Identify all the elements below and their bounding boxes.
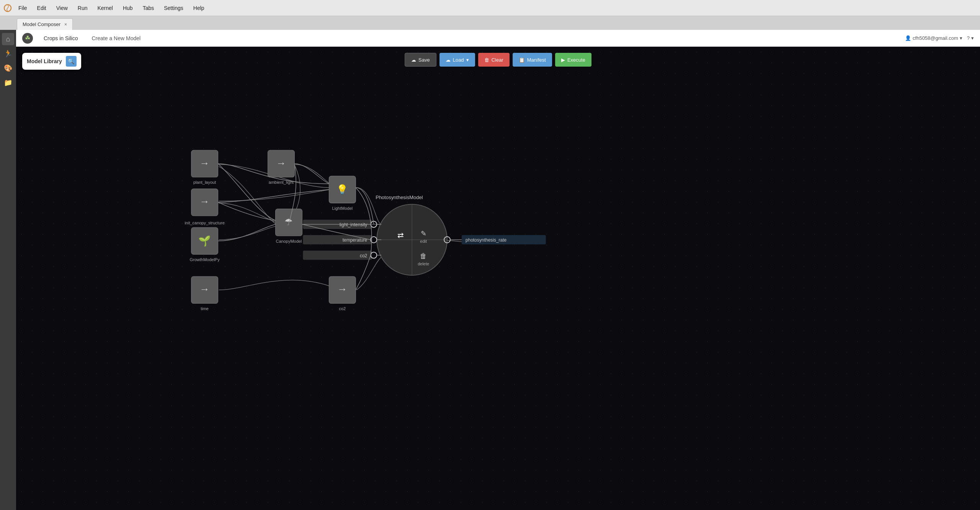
help-label: ? xyxy=(967,35,970,41)
tab-bar: Model Composer × xyxy=(0,16,980,30)
load-dropdown-icon: ▾ xyxy=(466,57,469,63)
menu-settings[interactable]: Settings xyxy=(162,4,185,12)
svg-text:delete: delete xyxy=(418,262,429,266)
help-dropdown-icon: ▾ xyxy=(971,35,974,41)
title-bar: File Edit View Run Kernel Hub Tabs Setti… xyxy=(0,0,980,16)
svg-text:🗑: 🗑 xyxy=(420,252,427,260)
model-library-panel: Model Library 🔍 xyxy=(22,53,81,70)
menu-view[interactable]: View xyxy=(55,4,69,12)
sidebar-run-icon[interactable]: 🏃 xyxy=(2,47,14,60)
load-button[interactable]: ☁ Load ▾ xyxy=(439,53,475,67)
user-badge[interactable]: 👤 cfh5058@gmail.com ▾ xyxy=(905,35,962,41)
svg-text:light_intensity: light_intensity xyxy=(340,222,368,227)
model-composer-tab[interactable]: Model Composer × xyxy=(17,18,73,30)
save-icon: ☁ xyxy=(411,57,416,63)
menu-edit[interactable]: Edit xyxy=(36,4,48,12)
nav-logo: ☘ xyxy=(22,33,33,44)
svg-text:→: → xyxy=(337,283,347,295)
menu-help[interactable]: Help xyxy=(192,4,206,12)
svg-text:✎: ✎ xyxy=(421,230,426,237)
menu-tabs[interactable]: Tabs xyxy=(141,4,156,12)
canvas-area[interactable]: ☁ Save ☁ Load ▾ 🗑 Clear 📋 Manifest ▶ xyxy=(16,47,980,510)
model-library-title: Model Library xyxy=(27,58,62,64)
tab-close-button[interactable]: × xyxy=(64,22,67,27)
svg-text:💡: 💡 xyxy=(336,184,348,195)
user-email: cfh5058@gmail.com xyxy=(913,35,958,41)
tab-title: Model Composer xyxy=(23,21,60,27)
svg-text:CanopyModel: CanopyModel xyxy=(276,239,302,244)
app-wrapper: ⌂ 🏃 🎨 📁 ☘ Crops in Silico Create a New M… xyxy=(0,30,980,510)
manifest-button[interactable]: 📋 Manifest xyxy=(513,53,552,67)
left-sidebar: ⌂ 🏃 🎨 📁 xyxy=(0,30,16,510)
execute-button[interactable]: ▶ Execute xyxy=(555,53,591,67)
nav-right: 👤 cfh5058@gmail.com ▾ ? ▾ xyxy=(905,35,974,41)
svg-text:init_canopy_structure: init_canopy_structure xyxy=(185,221,224,225)
svg-text:edit: edit xyxy=(420,239,427,244)
svg-text:time: time xyxy=(201,306,209,311)
help-badge[interactable]: ? ▾ xyxy=(967,35,974,41)
manifest-icon: 📋 xyxy=(519,57,525,63)
save-button[interactable]: ☁ Save xyxy=(405,53,436,67)
svg-text:photosynthesis_rate: photosynthesis_rate xyxy=(466,237,506,243)
svg-text:GrowthModelPy: GrowthModelPy xyxy=(190,257,220,262)
svg-text:🌱: 🌱 xyxy=(198,235,211,247)
svg-text:co2: co2 xyxy=(339,306,346,311)
load-icon: ☁ xyxy=(446,57,451,63)
svg-text:LightModel: LightModel xyxy=(332,206,353,210)
sidebar-home-icon[interactable]: ⌂ xyxy=(2,33,14,45)
user-dropdown-icon: ▾ xyxy=(960,35,962,41)
sidebar-folder-icon[interactable]: 📁 xyxy=(2,77,14,89)
svg-text:→: → xyxy=(200,196,210,207)
execute-icon: ▶ xyxy=(561,57,565,63)
sidebar-palette-icon[interactable]: 🎨 xyxy=(2,62,14,74)
main-content: ☘ Crops in Silico Create a New Model 👤 c… xyxy=(16,30,980,510)
nav-bar: ☘ Crops in Silico Create a New Model 👤 c… xyxy=(16,30,980,47)
user-icon: 👤 xyxy=(905,35,911,41)
menu-bar: File Edit View Run Kernel Hub Tabs Setti… xyxy=(17,4,206,12)
clear-button[interactable]: 🗑 Clear xyxy=(478,53,510,67)
svg-text:→: → xyxy=(200,157,210,168)
app-logo xyxy=(3,3,14,13)
svg-text:→: → xyxy=(200,283,210,295)
menu-kernel[interactable]: Kernel xyxy=(96,4,114,12)
model-library-search-button[interactable]: 🔍 xyxy=(66,56,77,67)
svg-text:⇄: ⇄ xyxy=(397,231,404,239)
svg-text:☂: ☂ xyxy=(284,217,293,227)
svg-text:ambient_light: ambient_light xyxy=(269,180,294,185)
toolbar: ☁ Save ☁ Load ▾ 🗑 Clear 📋 Manifest ▶ xyxy=(405,53,591,67)
svg-text:plant_layout: plant_layout xyxy=(193,180,216,185)
menu-file[interactable]: File xyxy=(17,4,29,12)
svg-text:→: → xyxy=(276,157,286,168)
clear-icon: 🗑 xyxy=(484,57,489,63)
menu-run[interactable]: Run xyxy=(76,4,89,12)
canvas-svg: → plant_layout → ambient_light → init_ca… xyxy=(16,47,980,510)
nav-crops-link[interactable]: Crops in Silico xyxy=(41,34,81,43)
menu-hub[interactable]: Hub xyxy=(121,4,134,12)
svg-text:PhotosynthesisModel: PhotosynthesisModel xyxy=(376,195,423,200)
nav-create-model-link[interactable]: Create a New Model xyxy=(88,34,144,43)
svg-text:co2: co2 xyxy=(360,253,368,258)
